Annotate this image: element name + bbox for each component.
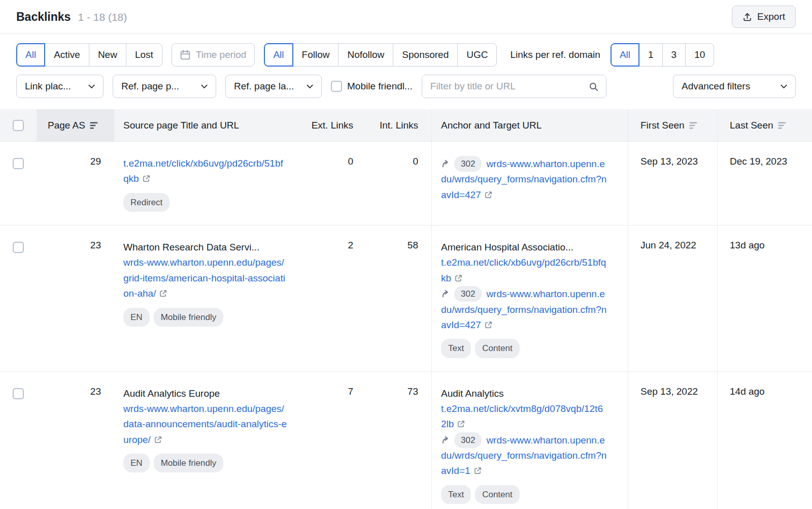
status-filter-all[interactable]: All	[16, 43, 45, 67]
filters-row-1: All Active New Lost Time period All Foll…	[16, 43, 796, 67]
select-all-checkbox[interactable]	[13, 120, 24, 131]
links-per-domain-10[interactable]: 10	[685, 43, 714, 67]
search-icon	[589, 82, 598, 91]
source-badges: EN Mobile friendly	[123, 308, 288, 327]
anchor-cell: Audit Analytics t.e2ma.net/click/xvtm8g/…	[431, 372, 628, 509]
links-per-domain-3[interactable]: 3	[662, 43, 686, 67]
external-link-icon[interactable]	[485, 321, 492, 329]
column-label: Page AS	[48, 120, 85, 131]
last-seen-value: 13d ago	[717, 226, 812, 371]
ext-links-value: 0	[308, 142, 366, 225]
column-header-anchor[interactable]: Anchor and Target URL	[431, 109, 628, 141]
export-button[interactable]: Export	[732, 6, 796, 28]
external-link-icon[interactable]	[457, 420, 465, 428]
page-as-value: 29	[37, 142, 114, 225]
redirect-arrow-icon	[441, 435, 451, 445]
row-select-cell	[0, 142, 37, 225]
status-filter-lost[interactable]: Lost	[126, 43, 162, 67]
follow-filter-sponsored[interactable]: Sponsored	[393, 43, 458, 67]
external-link-icon[interactable]	[143, 175, 150, 182]
column-header-page-as[interactable]: Page AS	[37, 109, 114, 141]
first-seen-value: Sep 13, 2023	[628, 142, 717, 225]
row-select-cell	[0, 226, 37, 371]
badge-content: Content	[475, 339, 520, 358]
column-label: First Seen	[640, 120, 685, 131]
redirect-code-badge: 302	[454, 286, 482, 302]
ref-page-platform-dropdown[interactable]: Ref. page p...	[113, 75, 216, 98]
int-links-value: 0	[366, 142, 431, 225]
title-url-search	[422, 75, 606, 98]
source-badges: Redirect	[123, 193, 288, 212]
table-row: 23 Wharton Research Data Servi... wrds-w…	[0, 226, 812, 372]
last-seen-value: 14d ago	[717, 372, 812, 509]
search-input[interactable]	[422, 75, 582, 98]
badge-language: EN	[123, 454, 150, 472]
filters-row-2: Link plac... Ref. page p... Ref. page la…	[16, 75, 796, 98]
status-filter-active[interactable]: Active	[45, 43, 89, 67]
row-checkbox[interactable]	[13, 242, 24, 253]
badge-text: Text	[441, 485, 471, 504]
mobile-friendly-checkbox[interactable]	[331, 81, 342, 92]
source-cell: t.e2ma.net/click/xb6uvg/pd26crb/51bfqkb …	[114, 142, 308, 225]
follow-filter-follow[interactable]: Follow	[293, 43, 339, 67]
mobile-friendly-filter[interactable]: Mobile friendl...	[331, 81, 413, 92]
external-link-icon[interactable]	[474, 467, 482, 474]
status-filter-group: All Active New Lost	[16, 43, 162, 67]
column-header-first-seen[interactable]: First Seen	[628, 109, 717, 141]
column-label: Last Seen	[730, 120, 773, 131]
ext-links-value: 7	[308, 372, 366, 509]
column-header-ext-links[interactable]: Ext. Links	[308, 109, 366, 141]
external-link-icon[interactable]	[455, 274, 462, 282]
chevron-down-icon	[201, 84, 208, 89]
first-seen-value: Sep 13, 2022	[628, 372, 717, 509]
links-per-domain-group: All 1 3 10	[611, 43, 714, 67]
follow-filter-nofollow[interactable]: Nofollow	[338, 43, 393, 67]
anchor-url-link[interactable]: t.e2ma.net/click/xb6uvg/pd26crb/51bfqkb	[441, 257, 606, 283]
column-label: Ext. Links	[312, 120, 353, 131]
filters-panel: All Active New Lost Time period All Foll…	[0, 34, 812, 109]
badge-mobile-friendly: Mobile friendly	[154, 308, 224, 327]
external-link-icon[interactable]	[159, 290, 167, 297]
link-placement-dropdown[interactable]: Link plac...	[16, 75, 104, 98]
column-header-last-seen[interactable]: Last Seen	[717, 109, 812, 141]
badge-text: Text	[441, 339, 471, 358]
links-per-domain-1[interactable]: 1	[639, 43, 663, 67]
anchor-cell: American Hospital Associatio... t.e2ma.n…	[431, 226, 628, 371]
sort-icon	[689, 122, 698, 129]
search-button[interactable]	[582, 75, 606, 98]
column-label: Source page Title and URL	[123, 120, 239, 131]
follow-filter-group: All Follow Nofollow Sponsored UGC	[264, 43, 497, 67]
backlinks-table: Page AS Source page Title and URL Ext. L…	[0, 109, 812, 509]
time-period-button[interactable]: Time period	[172, 43, 255, 67]
page-as-value: 23	[37, 372, 114, 509]
follow-filter-all[interactable]: All	[264, 43, 293, 67]
anchor-url-link[interactable]: t.e2ma.net/click/xvtm8g/d078vqb/12t62lb	[441, 403, 603, 429]
status-filter-new[interactable]: New	[89, 43, 126, 67]
int-links-value: 58	[366, 226, 431, 371]
external-link-icon[interactable]	[154, 436, 162, 443]
links-per-domain-all[interactable]: All	[611, 43, 639, 67]
source-url-link[interactable]: wrds-www.wharton.upenn.edu/pages/data-an…	[123, 403, 287, 445]
time-period-label: Time period	[196, 49, 247, 60]
redirect-arrow-icon	[441, 289, 451, 299]
int-links-value: 73	[366, 372, 431, 509]
follow-filter-ugc[interactable]: UGC	[457, 43, 497, 67]
page-title: Backlinks	[16, 10, 71, 24]
links-per-domain-label: Links per ref. domain	[510, 49, 600, 60]
calendar-icon	[180, 50, 190, 60]
target-url-line: 302wrds-www.wharton.upenn.edu/wrds/query…	[441, 286, 607, 333]
source-page-title: Wharton Research Data Servi...	[123, 240, 288, 255]
row-checkbox[interactable]	[13, 388, 24, 399]
column-label: Anchor and Target URL	[441, 120, 542, 131]
row-checkbox[interactable]	[13, 158, 24, 169]
anchor-url-line: t.e2ma.net/click/xvtm8g/d078vqb/12t62lb	[441, 401, 607, 432]
column-label: Int. Links	[380, 120, 418, 131]
column-header-source[interactable]: Source page Title and URL	[114, 109, 308, 141]
column-header-int-links[interactable]: Int. Links	[366, 109, 431, 141]
external-link-icon[interactable]	[485, 191, 492, 199]
ref-page-language-dropdown[interactable]: Ref. page la...	[225, 75, 322, 98]
advanced-filters-dropdown[interactable]: Advanced filters	[673, 75, 796, 98]
page-as-value: 23	[37, 226, 114, 371]
source-url-link[interactable]: wrds-www.wharton.upenn.edu/pages/grid-it…	[123, 257, 285, 299]
export-button-label: Export	[757, 11, 785, 22]
